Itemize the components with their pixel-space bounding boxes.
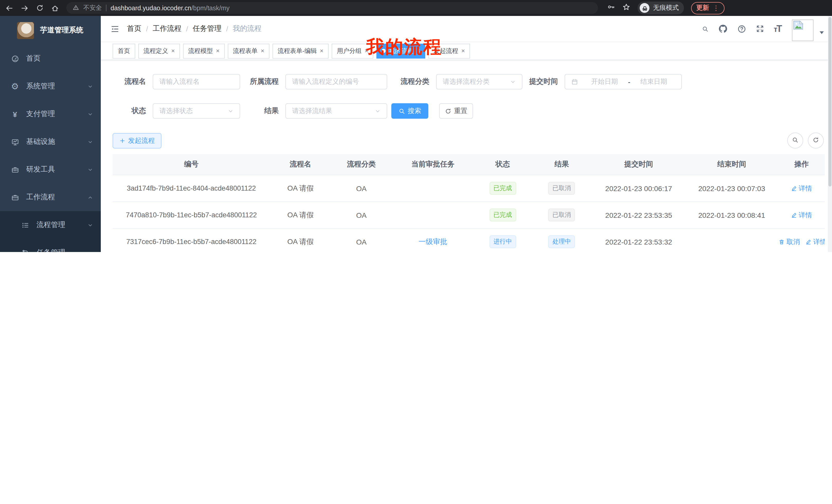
- divider: [106, 5, 106, 11]
- avatar[interactable]: [792, 20, 813, 41]
- hamburger-icon[interactable]: [110, 24, 119, 33]
- status-select[interactable]: 请选择状态: [153, 103, 240, 119]
- start-process-button[interactable]: 发起流程: [113, 133, 161, 148]
- sidebar-item-infra[interactable]: 基础设施: [0, 128, 101, 156]
- close-tab-icon[interactable]: ×: [216, 48, 219, 54]
- incognito-badge: 无痕模式: [638, 2, 684, 15]
- github-icon[interactable]: [718, 24, 727, 33]
- url-text[interactable]: dashboard.yudao.iocoder.cn/bpm/task/my: [110, 4, 230, 11]
- breadcrumb-item[interactable]: 任务管理: [193, 24, 222, 33]
- chevron-down-icon: [87, 111, 93, 117]
- tab-流程表单[interactable]: 流程表单×: [228, 44, 269, 58]
- sidebar-item-label: 基础设施: [26, 137, 55, 146]
- end-date-input[interactable]: 结束日期: [632, 77, 675, 86]
- column-header: 流程分类: [331, 154, 392, 175]
- row-actions: 详情: [791, 211, 812, 220]
- cell-end-time: 2022-01-23 00:07:03: [685, 175, 778, 202]
- show-search-button[interactable]: [787, 133, 803, 148]
- tab-流程定义[interactable]: 流程定义×: [138, 44, 180, 58]
- cell-process-name: OA 请假: [270, 202, 331, 228]
- sidebar-item-label: 首页: [26, 54, 41, 63]
- warning-icon: [73, 4, 79, 12]
- cell-process-name: OA 请假: [270, 175, 331, 202]
- column-header: 提交时间: [592, 154, 685, 175]
- column-header: 结果: [531, 154, 592, 175]
- cell-current-task: 一级审批: [392, 228, 474, 252]
- detail-link[interactable]: 详情: [791, 211, 812, 220]
- start-date-input[interactable]: 开始日期: [583, 77, 626, 86]
- font-size-icon[interactable]: ᴛT: [774, 23, 782, 34]
- navbar-actions: ᴛT: [702, 17, 824, 41]
- reload-icon[interactable]: [36, 4, 44, 12]
- close-tab-icon[interactable]: ×: [171, 48, 175, 54]
- status-tag: 进行中: [489, 235, 516, 248]
- result-tag: 已取消: [548, 182, 575, 195]
- process-definition-input[interactable]: 请输入流程定义的编号: [285, 74, 387, 89]
- close-tab-icon[interactable]: ×: [261, 48, 264, 54]
- cell-current-task: [392, 202, 474, 228]
- forward-icon[interactable]: [21, 4, 29, 12]
- fullscreen-icon[interactable]: [756, 25, 764, 33]
- result-tag: 处理中: [548, 235, 575, 248]
- address-bar[interactable]: 不安全 dashboard.yudao.iocoder.cn/bpm/task/…: [66, 2, 598, 14]
- reset-button[interactable]: 重置: [439, 103, 473, 119]
- sidebar-item-system[interactable]: ⚙系统管理: [0, 73, 101, 100]
- breadcrumb-item[interactable]: 首页: [127, 24, 141, 33]
- detail-link[interactable]: 详情: [806, 237, 825, 246]
- tab-首页[interactable]: 首页: [113, 44, 135, 58]
- key-icon[interactable]: [607, 3, 615, 13]
- result-select[interactable]: 请选择流结果: [285, 103, 387, 119]
- search-button[interactable]: 搜索: [391, 103, 428, 119]
- trash-icon: [779, 239, 785, 245]
- category-select[interactable]: 请选择流程分类: [436, 74, 522, 89]
- update-button[interactable]: 更新 ⋮: [691, 2, 725, 14]
- page-scrollbar[interactable]: [828, 16, 832, 252]
- security-label[interactable]: 不安全: [83, 4, 102, 12]
- bookmark-star-icon[interactable]: [622, 3, 630, 13]
- home-icon[interactable]: [51, 4, 59, 12]
- toolbox-icon: [10, 166, 20, 173]
- cell-id: 7317cec6-7b9b-11ec-b5b7-acde48001122: [113, 228, 270, 252]
- chevron-down-icon[interactable]: [819, 30, 824, 35]
- row-actions: 详情: [791, 184, 812, 193]
- sidebar-item-devtools[interactable]: 研发工具: [0, 156, 101, 184]
- breadcrumb: 首页/工作流程/任务管理/我的流程: [127, 24, 261, 33]
- filter-category-label: 流程分类: [387, 77, 436, 86]
- sidebar-item-task-mgmt[interactable]: 任务管理: [0, 239, 101, 252]
- filter-name-label: 流程名: [113, 77, 153, 86]
- table-header-row: 编号流程名流程分类当前审批任务状态结果提交时间结束时间操作: [113, 154, 825, 175]
- chevron-up-icon: [87, 250, 93, 252]
- gear-icon: ⚙: [10, 82, 20, 91]
- column-header: 操作: [778, 154, 825, 175]
- sidebar-item-payment[interactable]: ¥支付管理: [0, 100, 101, 128]
- detail-link[interactable]: 详情: [791, 184, 812, 193]
- sidebar-item-label: 任务管理: [36, 248, 65, 252]
- cell-current-task: [392, 175, 474, 202]
- sidebar-item-home[interactable]: 首页: [0, 45, 101, 73]
- browser-menu-icon[interactable]: ⋮: [713, 4, 719, 12]
- refresh-table-button[interactable]: [808, 133, 824, 148]
- plus-icon: [119, 137, 126, 144]
- chevron-down-icon: [87, 83, 93, 89]
- chevron-down-icon: [510, 79, 516, 85]
- help-icon[interactable]: [737, 24, 746, 33]
- submit-time-range-picker[interactable]: 开始日期 - 结束日期: [565, 74, 682, 89]
- task-link[interactable]: 一级审批: [419, 237, 447, 246]
- sidebar-item-workflow[interactable]: 工作流程: [0, 184, 101, 211]
- tab-流程表单-编辑[interactable]: 流程表单-编辑×: [272, 44, 329, 58]
- back-icon[interactable]: [5, 4, 14, 12]
- chevron-down-icon: [87, 222, 93, 228]
- annotation-text: 我的流程: [366, 35, 442, 59]
- app-logo: 芋道管理系统: [0, 16, 101, 45]
- search-icon[interactable]: [702, 25, 708, 32]
- tab-流程模型[interactable]: 流程模型×: [183, 44, 225, 58]
- cell-submit-time: 2022-01-22 23:53:35: [592, 202, 685, 228]
- process-name-input[interactable]: 请输入流程名: [153, 74, 240, 89]
- close-tab-icon[interactable]: ×: [461, 48, 465, 54]
- close-tab-icon[interactable]: ×: [320, 48, 323, 54]
- breadcrumb-item[interactable]: 工作流程: [153, 24, 182, 33]
- cancel-link[interactable]: 取消: [779, 237, 800, 246]
- scrollbar-thumb[interactable]: [828, 17, 831, 187]
- search-icon: [792, 136, 799, 145]
- sidebar-item-process-mgmt[interactable]: 流程管理: [0, 211, 101, 239]
